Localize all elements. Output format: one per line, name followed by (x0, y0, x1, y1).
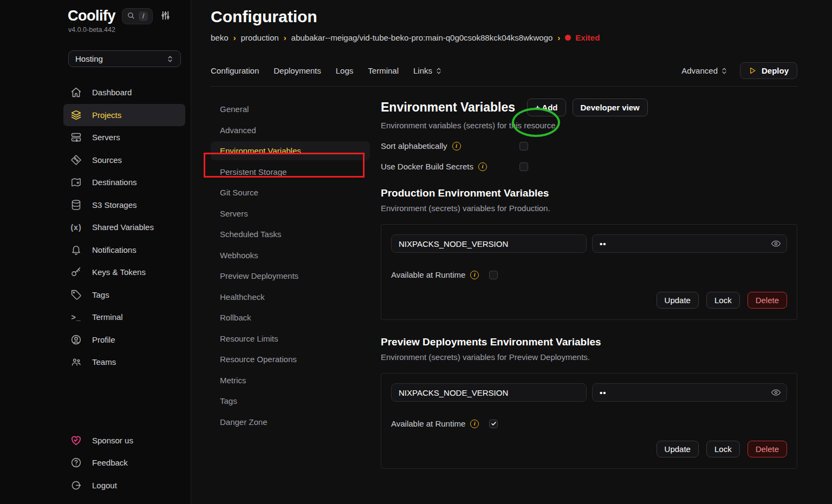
chevron-updown-icon (435, 67, 443, 75)
sidebar-item-shared-variables[interactable]: (x) Shared Variables (63, 216, 185, 239)
variable-value-input[interactable] (592, 383, 787, 402)
subnav-scheduled-tasks[interactable]: Scheduled Tasks (211, 225, 370, 244)
page-title: Configuration (211, 8, 797, 26)
sort-alphabetically-row: Sort alphabetically i (381, 141, 797, 150)
tabs-row: Configuration Deployments Logs Terminal … (211, 62, 797, 79)
subnav-servers[interactable]: Servers (211, 204, 370, 223)
sidebar-item-notifications[interactable]: Notifications (63, 239, 185, 261)
team-select[interactable]: Hosting (68, 50, 181, 67)
sidebar-item-profile[interactable]: Profile (63, 329, 185, 351)
tab-deployments[interactable]: Deployments (274, 66, 321, 75)
reveal-value-button[interactable] (771, 388, 781, 398)
tab-configuration[interactable]: Configuration (211, 66, 259, 75)
subnav-rollback[interactable]: Rollback (211, 308, 370, 327)
update-button[interactable]: Update (656, 441, 699, 457)
sidebar-item-teams[interactable]: Teams (63, 351, 185, 374)
sidebar-item-projects[interactable]: Projects (63, 104, 185, 127)
sidebar-item-label: Tags (92, 290, 109, 299)
variable-value-input[interactable] (592, 234, 787, 253)
sidebar-item-label: Teams (92, 357, 116, 366)
sort-alphabetically-checkbox[interactable] (519, 142, 528, 150)
subnav-environment-variables[interactable]: Environment Variables (211, 141, 370, 160)
env-variable-card-preview: Available at Runtime i Update Lock Delet… (381, 373, 797, 469)
status-badge: Exited (565, 33, 600, 42)
add-variable-button[interactable]: + Add (527, 99, 566, 116)
subnav-healthcheck[interactable]: Healthcheck (211, 287, 370, 306)
sidebar: Coolify / v4.0.0-beta.442 Hosting Dashbo… (0, 0, 191, 504)
tab-logs[interactable]: Logs (336, 66, 354, 75)
update-button[interactable]: Update (656, 292, 699, 309)
app-logo: Coolify (68, 8, 115, 24)
search-shortcut-key: / (139, 11, 148, 21)
tab-terminal[interactable]: Terminal (368, 66, 399, 75)
sidebar-item-terminal[interactable]: >_ Terminal (63, 306, 185, 329)
key-icon (70, 266, 82, 278)
production-section-subtitle: Environment (secrets) variables for Prod… (381, 204, 797, 213)
reveal-value-button[interactable] (771, 239, 781, 249)
sidebar-item-servers[interactable]: Servers (63, 126, 185, 149)
developer-view-button[interactable]: Developer view (573, 99, 648, 116)
sidebar-item-sponsor[interactable]: Sponsor us (63, 429, 185, 452)
filters-button[interactable] (160, 10, 171, 22)
sidebar-item-label: Notifications (92, 245, 136, 254)
layers-icon (70, 109, 82, 121)
breadcrumb-environment[interactable]: production (241, 33, 279, 42)
database-icon (70, 199, 82, 211)
variable-name-input[interactable] (391, 383, 587, 402)
breadcrumb-team[interactable]: beko (211, 33, 229, 42)
sidebar-item-s3-storages[interactable]: S3 Storages (63, 194, 185, 217)
search-icon (127, 11, 135, 21)
sidebar-item-label: Dashboard (92, 88, 132, 97)
deploy-label: Deploy (762, 66, 789, 75)
sidebar-item-label: S3 Storages (92, 200, 137, 210)
variable-name-input[interactable] (391, 234, 587, 253)
eye-icon (771, 388, 781, 398)
subnav-webhooks[interactable]: Webhooks (211, 246, 370, 265)
sidebar-item-label: Sources (92, 155, 122, 165)
sidebar-item-label: Logout (92, 481, 117, 490)
subnav-metrics[interactable]: Metrics (211, 371, 370, 390)
breadcrumb: beko › production › abubakar--meigag/vid… (211, 33, 797, 42)
environment-variables-panel: Environment Variables + Add Developer vi… (381, 87, 797, 504)
advanced-dropdown[interactable]: Advanced (681, 66, 728, 75)
subnav-persistent-storage[interactable]: Persistent Storage (211, 162, 370, 181)
sidebar-item-keys-tokens[interactable]: Keys & Tokens (63, 261, 185, 284)
delete-button[interactable]: Delete (748, 292, 787, 309)
subnav-resource-operations[interactable]: Resource Operations (211, 350, 370, 369)
subnav-tags[interactable]: Tags (211, 391, 370, 410)
sidebar-item-label: Shared Variables (92, 222, 154, 232)
sidebar-nav: Dashboard Projects Servers Sources Desti… (63, 81, 185, 374)
tab-links[interactable]: Links (413, 66, 443, 75)
sidebar-item-sources[interactable]: Sources (63, 149, 185, 172)
env-variable-card-production: Available at Runtime i Update Lock Delet… (381, 224, 797, 320)
subnav-git-source[interactable]: Git Source (211, 183, 370, 202)
info-icon: i (452, 142, 461, 150)
subnav-general[interactable]: General (211, 100, 370, 119)
chevron-updown-icon (166, 55, 174, 63)
available-at-runtime-checkbox[interactable] (489, 271, 498, 279)
sidebar-footer: Sponsor us Feedback Logout (63, 429, 185, 497)
sidebar-item-dashboard[interactable]: Dashboard (63, 81, 185, 104)
sidebar-item-tags[interactable]: Tags (63, 284, 185, 306)
subnav-advanced[interactable]: Advanced (211, 121, 370, 140)
subnav-preview-deployments[interactable]: Preview Deployments (211, 266, 370, 285)
search-button[interactable]: / (122, 8, 153, 24)
sidebar-item-destinations[interactable]: Destinations (63, 171, 185, 194)
help-circle-icon (70, 457, 82, 468)
available-at-runtime-checkbox[interactable] (489, 420, 498, 428)
sidebar-item-logout[interactable]: Logout (63, 474, 185, 497)
chevron-right-icon: › (233, 33, 236, 42)
main-area: Configuration beko › production › abubak… (191, 0, 832, 504)
docker-build-secrets-checkbox[interactable] (519, 162, 528, 171)
info-icon: i (470, 271, 479, 279)
tab-label: Links (413, 66, 432, 75)
subnav-danger-zone[interactable]: Danger Zone (211, 413, 370, 431)
deploy-button[interactable]: Deploy (740, 62, 797, 79)
lock-button[interactable]: Lock (706, 441, 740, 457)
sidebar-item-feedback[interactable]: Feedback (63, 451, 185, 474)
status-label: Exited (575, 33, 600, 42)
delete-button[interactable]: Delete (748, 441, 787, 457)
subnav-resource-limits[interactable]: Resource Limits (211, 329, 370, 348)
lock-button[interactable]: Lock (706, 292, 740, 309)
breadcrumb-resource[interactable]: abubakar--meigag/vid-tube-beko-pro:main-… (291, 33, 553, 42)
